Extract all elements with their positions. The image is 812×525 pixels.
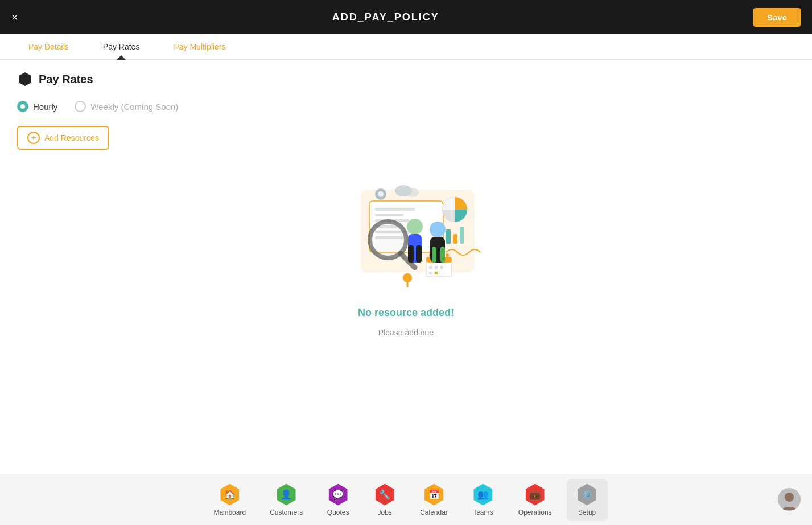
svg-rect-28 <box>416 245 422 262</box>
svg-rect-3 <box>375 208 415 211</box>
calendar-label: Calendar <box>420 508 448 516</box>
setup-icon: ⚙️ <box>576 483 599 506</box>
customers-icon: 👤 <box>275 483 298 506</box>
nav-item-mainboard[interactable]: 🏠 Mainboard <box>204 479 255 521</box>
app-header: × ADD_PAY_POLICY Save <box>0 0 812 34</box>
svg-rect-10 <box>446 229 451 244</box>
rate-type-radio-group: Hourly Weekly (Coming Soon) <box>17 101 795 112</box>
radio-weekly[interactable]: Weekly (Coming Soon) <box>75 101 178 112</box>
close-button[interactable]: × <box>11 11 18 24</box>
setup-label: Setup <box>578 508 596 516</box>
pay-rates-icon <box>17 71 33 87</box>
plus-circle-icon: + <box>27 132 40 144</box>
tab-pay-details[interactable]: Pay Details <box>11 34 86 59</box>
svg-rect-20 <box>429 272 432 274</box>
add-resources-button[interactable]: + Add Resources <box>17 126 109 150</box>
nav-item-operations[interactable]: 💼 Operations <box>509 479 561 521</box>
empty-state: No resource added! Please add one <box>17 150 795 360</box>
tab-pay-rates[interactable]: Pay Rates <box>86 34 157 59</box>
nav-item-setup[interactable]: ⚙️ Setup <box>567 479 608 521</box>
jobs-label: Jobs <box>377 508 391 516</box>
teams-icon: 👥 <box>472 483 494 506</box>
customers-label: Customers <box>270 508 303 516</box>
radio-hourly-label: Hourly <box>33 102 57 112</box>
svg-point-37 <box>405 188 419 197</box>
header-title: ADD_PAY_POLICY <box>332 11 439 23</box>
radio-weekly-label: Weekly (Coming Soon) <box>90 102 178 112</box>
calendar-icon: 📅 <box>423 483 446 506</box>
page-title: Pay Rates <box>39 73 93 86</box>
svg-rect-18 <box>435 266 438 269</box>
add-resources-label: Add Resources <box>44 133 99 142</box>
teams-label: Teams <box>473 508 493 516</box>
user-avatar[interactable] <box>778 488 801 511</box>
page-title-row: Pay Rates <box>17 71 795 87</box>
svg-marker-0 <box>19 72 31 86</box>
svg-rect-17 <box>429 266 432 269</box>
tab-pay-multipliers[interactable]: Pay Multipliers <box>156 34 242 59</box>
svg-rect-31 <box>432 247 436 262</box>
svg-rect-11 <box>453 234 457 244</box>
radio-hourly[interactable]: Hourly <box>17 101 57 112</box>
quotes-icon: 💬 <box>327 483 349 506</box>
svg-point-39 <box>785 493 794 502</box>
jobs-icon: 🔧 <box>373 483 396 506</box>
nav-item-customers[interactable]: 👤 Customers <box>261 479 312 521</box>
nav-item-quotes[interactable]: 💬 Quotes <box>318 479 358 521</box>
nav-item-teams[interactable]: 👥 Teams <box>463 479 504 521</box>
svg-point-35 <box>378 191 384 197</box>
svg-point-29 <box>430 222 446 237</box>
svg-point-16 <box>446 253 449 257</box>
radio-weekly-circle <box>75 101 86 112</box>
save-button[interactable]: Save <box>753 8 801 27</box>
quotes-label: Quotes <box>327 508 349 516</box>
bottom-nav: 🏠 Mainboard 👤 Customers 💬 Quotes 🔧 Jobs <box>0 474 812 525</box>
mainboard-label: Mainboard <box>213 508 246 516</box>
svg-rect-21 <box>435 272 438 274</box>
nav-item-jobs[interactable]: 🔧 Jobs <box>364 479 405 521</box>
svg-point-33 <box>403 273 412 282</box>
svg-rect-4 <box>375 214 403 216</box>
tabs-nav: Pay Details Pay Rates Pay Multipliers <box>0 34 812 60</box>
empty-illustration <box>327 173 486 298</box>
radio-hourly-circle <box>17 101 28 112</box>
operations-label: Operations <box>518 508 552 516</box>
main-content: Pay Rates Hourly Weekly (Coming Soon) + … <box>0 60 812 474</box>
svg-point-25 <box>407 219 423 235</box>
svg-rect-19 <box>440 266 443 269</box>
operations-icon: 💼 <box>524 483 546 506</box>
svg-rect-12 <box>460 227 464 244</box>
empty-subtitle: Please add one <box>378 328 434 337</box>
empty-title: No resource added! <box>358 307 454 319</box>
mainboard-icon: 🏠 <box>219 483 241 506</box>
svg-rect-32 <box>440 247 445 262</box>
svg-rect-27 <box>408 245 414 262</box>
nav-item-calendar[interactable]: 📅 Calendar <box>411 479 457 521</box>
